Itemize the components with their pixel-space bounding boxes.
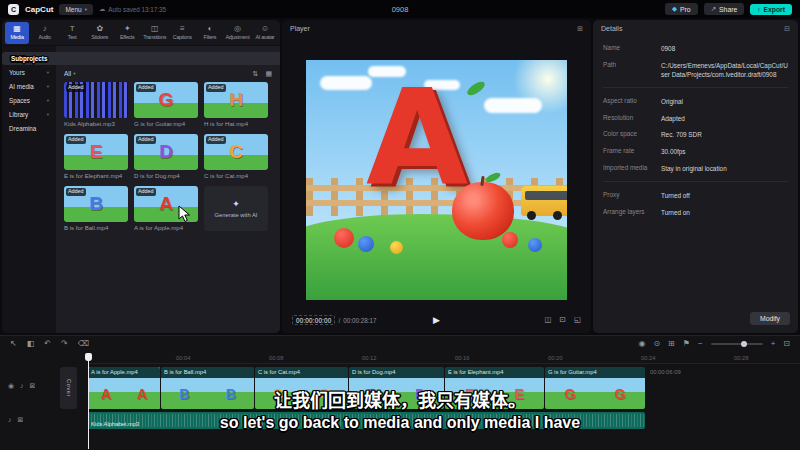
player-title: Player — [290, 25, 310, 32]
tab-text[interactable]: TText — [60, 22, 84, 44]
media-item-h-hat[interactable]: HAdded H is for Hat.mp4 — [204, 82, 268, 127]
media-item-e-elephant[interactable]: EAdded E is for Elephant.mp4 — [64, 134, 128, 179]
ruler-mark: 00:04 — [176, 355, 191, 361]
ratio-icon[interactable]: ◫ — [545, 316, 552, 324]
topbar-actions: ◆ Pro ↗ Share ↑ Export — [665, 3, 792, 15]
menu-button[interactable]: Menu ▾ — [59, 4, 93, 15]
cloud — [484, 98, 542, 113]
sidebar-item-spaces[interactable]: Spaces▾ — [5, 94, 53, 107]
filter-all-dropdown[interactable]: All — [64, 70, 71, 77]
pro-button[interactable]: ◆ Pro — [665, 3, 698, 15]
media-item-d-dog[interactable]: DAdded D is for Dog.mp4 — [134, 134, 198, 179]
generate-label: Generate with AI — [215, 212, 258, 218]
fit-timeline-icon[interactable]: ⊡ — [783, 340, 790, 348]
blue-ball — [358, 236, 374, 252]
details-title: Details — [601, 25, 622, 32]
gem-icon: ◆ — [672, 5, 677, 13]
tab-ai-avatar[interactable]: ☺AI avatar — [253, 22, 277, 44]
marker-icon[interactable]: ⚑ — [683, 340, 690, 348]
ruler-mark: 00:28 — [734, 355, 749, 361]
detail-label: Proxy — [603, 191, 661, 200]
timeline-toolbar: ↖ ◧ ↶ ↷ ⌫ ◉ ⊙ ⊞ ⚑ − + ⊡ — [0, 336, 800, 352]
sort-icon[interactable]: ⇅ — [253, 70, 259, 77]
sidebar-item-library[interactable]: Library▾ — [5, 108, 53, 121]
subtitle-chinese: 让我们回到媒体，我只有媒体。 — [0, 386, 800, 412]
total-time: 00:00:28:17 — [343, 317, 376, 324]
video-preview[interactable]: A — [306, 60, 567, 300]
detail-label: Arrange layers — [603, 208, 661, 217]
subtitle-english: so let's go back to media and only media… — [0, 414, 800, 432]
sidebar-label: AI media — [9, 83, 34, 90]
letter-a: A — [366, 72, 468, 204]
sidebar-item-subprojects[interactable]: Subprojects — [2, 52, 280, 65]
view-grid-icon[interactable]: ▦ — [265, 70, 272, 77]
divider — [603, 181, 788, 182]
detail-row: ProxyTurned off — [603, 191, 788, 200]
detail-value: C:/Users/Emenevs/AppData/Local/CapCut/Us… — [661, 61, 788, 80]
share-button[interactable]: ↗ Share — [704, 3, 745, 15]
fullscreen-icon[interactable]: ◱ — [574, 316, 581, 324]
detail-label: Color space — [603, 130, 661, 139]
tab-captions[interactable]: ≡Captions — [170, 22, 194, 44]
media-item-b-ball[interactable]: BAdded B is for Ball.mp4 — [64, 186, 128, 231]
tab-label: Effects — [120, 34, 134, 40]
media-item-kids-alphabet[interactable]: Added Kids Alphabet.mp3 — [64, 82, 128, 127]
clip-name: E is for Elephant.mp4 — [445, 367, 544, 378]
current-time[interactable]: 00:00:00:00 — [292, 315, 335, 325]
split-tool-icon[interactable]: ◧ — [27, 340, 35, 348]
capcut-window: C CapCut Menu ▾ ☁ Auto saved 13:17:35 09… — [0, 0, 800, 450]
tab-stickers[interactable]: ✿Stickers — [88, 22, 112, 44]
undo-icon[interactable]: ↶ — [44, 340, 51, 348]
tab-audio[interactable]: ♪Audio — [33, 22, 57, 44]
magnet-icon[interactable]: ⊙ — [653, 340, 660, 348]
voiceover-icon[interactable]: ◉ — [638, 340, 645, 348]
tab-label: AI avatar — [255, 34, 274, 40]
export-button[interactable]: ↑ Export — [750, 4, 792, 15]
zoom-in-icon[interactable]: + — [771, 340, 776, 348]
tab-filters[interactable]: ◐Filters — [198, 22, 222, 44]
zoom-slider[interactable] — [711, 343, 763, 345]
added-badge: Added — [66, 136, 86, 144]
timeline-ruler[interactable]: 00:04 00:08 00:12 00:16 00:20 00:24 00:2… — [88, 353, 800, 364]
media-item-g-guitar[interactable]: GAdded G is for Guitar.mp4 — [134, 82, 198, 127]
zoom-out-icon[interactable]: − — [698, 340, 703, 348]
yellow-ball — [390, 241, 403, 254]
detail-label: Imported media — [603, 164, 661, 173]
select-tool-icon[interactable]: ↖ — [10, 340, 17, 348]
added-badge: Added — [136, 188, 156, 196]
play-button[interactable]: ▶ — [433, 316, 440, 325]
menu-label: Menu — [65, 6, 81, 13]
generate-with-ai-tile[interactable]: ✦ Generate with AI — [204, 186, 268, 231]
sidebar-item-yours[interactable]: Yours▾ — [5, 66, 53, 79]
sidebar-item-dreamina[interactable]: Dreamina — [5, 122, 53, 135]
player-options-icon[interactable]: ⊞ — [577, 25, 583, 32]
pro-label: Pro — [680, 6, 691, 13]
tab-media[interactable]: ▦Media — [5, 22, 29, 44]
delete-icon[interactable]: ⌫ — [78, 340, 89, 348]
text-icon: T — [70, 25, 75, 33]
video-thumbnail: EAdded — [64, 134, 128, 170]
tab-adjustment[interactable]: ◎Adjustment — [225, 22, 249, 44]
tab-label: Media — [10, 34, 23, 40]
tab-label: Text — [68, 34, 77, 40]
detail-value: 0908 — [661, 44, 788, 53]
tab-label: Filters — [204, 34, 217, 40]
modify-button[interactable]: Modify — [750, 312, 790, 325]
detail-label: Resolution — [603, 114, 661, 123]
zoom-slider-knob[interactable] — [741, 341, 747, 347]
redo-icon[interactable]: ↷ — [61, 340, 68, 348]
details-collapse-icon[interactable]: ⊟ — [784, 25, 790, 32]
mini-player-icon[interactable]: ⊡ — [560, 316, 566, 324]
video-thumbnail: GAdded — [134, 82, 198, 118]
snap-icon[interactable]: ⊞ — [668, 340, 675, 348]
tab-effects[interactable]: ✦Effects — [115, 22, 139, 44]
detail-value: Original — [661, 97, 788, 106]
sidebar-item-ai-media[interactable]: AI media▾ — [5, 80, 53, 93]
ruler-mark: 00:20 — [548, 355, 563, 361]
details-rows: Name0908 PathC:/Users/Emenevs/AppData/Lo… — [593, 36, 798, 217]
red-ball — [334, 228, 354, 248]
cloud-icon: ☁ — [99, 6, 105, 12]
tab-transitions[interactable]: ◫Transitions — [143, 22, 167, 44]
video-thumbnail: HAdded — [204, 82, 268, 118]
media-item-c-cat[interactable]: CAdded C is for Cat.mp4 — [204, 134, 268, 179]
